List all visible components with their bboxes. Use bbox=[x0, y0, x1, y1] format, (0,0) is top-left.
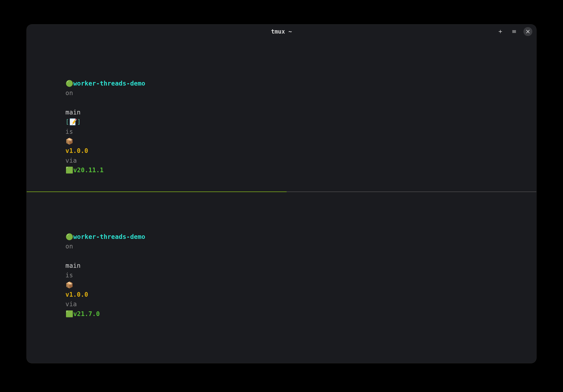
window-controls bbox=[496, 25, 532, 39]
package-version: v1.0.0 bbox=[65, 147, 88, 155]
prompt-line: 🟢worker-threads-demo on main [📝] is 📦 v1… bbox=[27, 69, 536, 185]
menu-icon bbox=[512, 29, 517, 34]
menu-button[interactable] bbox=[510, 27, 519, 36]
git-branch: main bbox=[65, 109, 81, 116]
status-dot-icon: 🟢 bbox=[65, 80, 73, 87]
terminal-body[interactable]: 🟢worker-threads-demo on main [📝] is 📦 v1… bbox=[27, 39, 536, 363]
window-title: tmux ~ bbox=[271, 28, 292, 35]
git-branch: main bbox=[65, 262, 81, 269]
package-icon: 📦 bbox=[65, 138, 73, 145]
cwd: worker-threads-demo bbox=[73, 233, 145, 240]
new-tab-button[interactable] bbox=[496, 27, 505, 36]
tmux-pane-top[interactable]: 🟢worker-threads-demo on main [📝] is 📦 v1… bbox=[27, 39, 536, 192]
command-line: 🐟 ✅ curl http://localhost:3000/non-block… bbox=[27, 357, 536, 363]
cwd: worker-threads-demo bbox=[73, 80, 145, 87]
package-version: v1.0.0 bbox=[65, 291, 88, 298]
node-version: v20.11.1 bbox=[73, 167, 103, 174]
status-dot-icon: 🟢 bbox=[65, 233, 73, 240]
terminal-window: tmux ~ 🟢worker-threads-demo o bbox=[27, 25, 536, 363]
node-version: v21.7.0 bbox=[73, 310, 100, 318]
modified-icon: 📝 bbox=[69, 118, 77, 126]
package-icon: 📦 bbox=[65, 281, 73, 289]
close-icon bbox=[525, 29, 530, 34]
close-button[interactable] bbox=[524, 27, 532, 36]
titlebar: tmux ~ bbox=[27, 25, 536, 39]
prompt-line: 🟢worker-threads-demo on main is 📦 v1.0.0… bbox=[27, 222, 536, 328]
plus-icon bbox=[498, 29, 503, 34]
node-icon: 🟩 bbox=[65, 167, 73, 174]
tmux-pane-bottom[interactable]: 🟢worker-threads-demo on main is 📦 v1.0.0… bbox=[27, 192, 536, 363]
node-icon: 🟩 bbox=[65, 310, 73, 318]
